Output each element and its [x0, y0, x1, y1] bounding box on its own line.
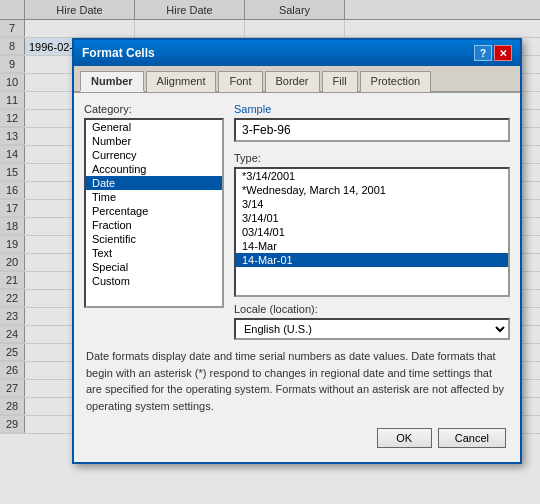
- close-button[interactable]: ✕: [494, 45, 512, 61]
- description-text: Date formats display date and time seria…: [84, 348, 510, 414]
- dialog-body: Category: General Number Currency Accoun…: [74, 93, 520, 462]
- list-item[interactable]: Text: [86, 246, 222, 260]
- tab-number[interactable]: Number: [80, 71, 144, 92]
- list-item[interactable]: Fraction: [86, 218, 222, 232]
- category-label: Category:: [84, 103, 224, 115]
- type-item[interactable]: 3/14: [236, 197, 508, 211]
- tab-alignment[interactable]: Alignment: [146, 71, 217, 92]
- cancel-button[interactable]: Cancel: [438, 428, 506, 448]
- category-listbox[interactable]: General Number Currency Accounting Date …: [84, 118, 224, 308]
- sample-label: Sample: [234, 103, 510, 115]
- locale-label: Locale (location):: [234, 303, 510, 315]
- list-item[interactable]: Currency: [86, 148, 222, 162]
- list-item[interactable]: Accounting: [86, 162, 222, 176]
- type-label: Type:: [234, 152, 510, 164]
- type-item-selected[interactable]: 14-Mar-01: [236, 253, 508, 267]
- type-item[interactable]: 3/14/01: [236, 211, 508, 225]
- type-listbox[interactable]: *3/14/2001 *Wednesday, March 14, 2001 3/…: [234, 167, 510, 297]
- titlebar-buttons: ? ✕: [474, 45, 512, 61]
- help-button[interactable]: ?: [474, 45, 492, 61]
- type-item[interactable]: 03/14/01: [236, 225, 508, 239]
- type-item[interactable]: *3/14/2001: [236, 169, 508, 183]
- right-panel: Sample 3-Feb-96 Type: *3/14/2001 *Wednes…: [234, 103, 510, 340]
- format-cells-dialog: Format Cells ? ✕ Number Alignment Font B…: [72, 38, 522, 464]
- dialog-titlebar: Format Cells ? ✕: [74, 40, 520, 66]
- list-item[interactable]: Number: [86, 134, 222, 148]
- list-item[interactable]: General: [86, 120, 222, 134]
- list-item[interactable]: Custom: [86, 274, 222, 288]
- ok-button[interactable]: OK: [377, 428, 432, 448]
- list-item-date[interactable]: Date: [86, 176, 222, 190]
- tab-protection[interactable]: Protection: [360, 71, 432, 92]
- locale-select[interactable]: English (U.S.)English (UK)FrenchGermanSp…: [234, 318, 510, 340]
- dialog-buttons: OK Cancel: [84, 422, 510, 452]
- sample-section: Sample 3-Feb-96: [234, 103, 510, 142]
- main-content-area: Category: General Number Currency Accoun…: [84, 103, 510, 340]
- dialog-title: Format Cells: [82, 46, 155, 60]
- sample-value: 3-Feb-96: [234, 118, 510, 142]
- list-item[interactable]: Time: [86, 190, 222, 204]
- dialog-tabs: Number Alignment Font Border Fill Protec…: [74, 66, 520, 93]
- type-item[interactable]: *Wednesday, March 14, 2001: [236, 183, 508, 197]
- category-section: Category: General Number Currency Accoun…: [84, 103, 224, 340]
- list-item[interactable]: Special: [86, 260, 222, 274]
- tab-font[interactable]: Font: [218, 71, 262, 92]
- type-item[interactable]: 14-Mar: [236, 239, 508, 253]
- tab-fill[interactable]: Fill: [322, 71, 358, 92]
- list-item[interactable]: Percentage: [86, 204, 222, 218]
- list-item[interactable]: Scientific: [86, 232, 222, 246]
- tab-border[interactable]: Border: [265, 71, 320, 92]
